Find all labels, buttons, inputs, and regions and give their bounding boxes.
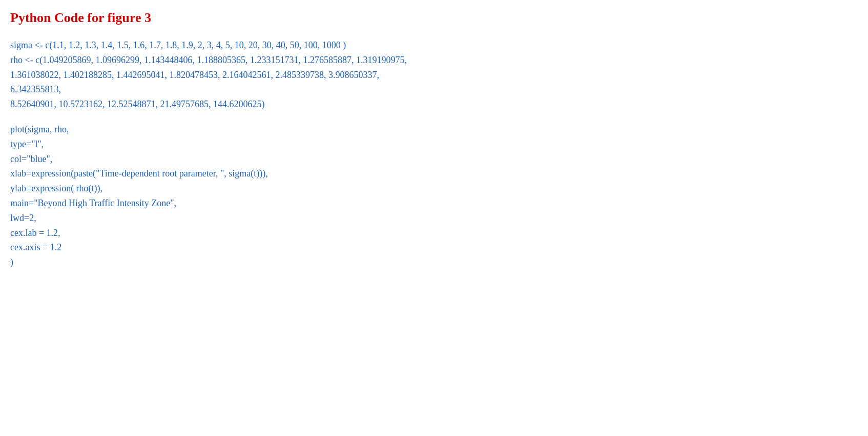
plot-section: plot(sigma, rho, type="l", col="blue", x…: [10, 122, 858, 270]
rho-line-2: 1.361038022, 1.402188285, 1.442695041, 1…: [10, 68, 858, 83]
plot-lwd-line: lwd=2,: [10, 211, 858, 226]
rho-line-3: 6.342355813,: [10, 82, 858, 97]
rho-line-1: rho <- c(1.049205869, 1.09696299, 1.1434…: [10, 53, 858, 68]
plot-main-line: main="Beyond High Traffic Intensity Zone…: [10, 196, 858, 211]
code-block: sigma <- c(1.1, 1.2, 1.3, 1.4, 1.5, 1.6,…: [10, 38, 858, 270]
plot-xlab-line: xlab=expression(paste("Time-dependent ro…: [10, 166, 858, 181]
sigma-section: sigma <- c(1.1, 1.2, 1.3, 1.4, 1.5, 1.6,…: [10, 38, 858, 112]
plot-line-open: plot(sigma, rho,: [10, 122, 858, 137]
rho-line-4: 8.52640901, 10.5723162, 12.52548871, 21.…: [10, 97, 858, 112]
plot-type-line: type="l",: [10, 137, 858, 152]
plot-cexlab-line: cex.lab = 1.2,: [10, 226, 858, 241]
sigma-line: sigma <- c(1.1, 1.2, 1.3, 1.4, 1.5, 1.6,…: [10, 38, 858, 53]
page-title: Python Code for figure 3: [10, 10, 858, 26]
plot-ylab-line: ylab=expression( rho(t)),: [10, 181, 858, 196]
plot-cexaxis-line: cex.axis = 1.2: [10, 240, 858, 255]
plot-close-line: ): [10, 255, 858, 270]
plot-col-line: col="blue",: [10, 152, 858, 167]
